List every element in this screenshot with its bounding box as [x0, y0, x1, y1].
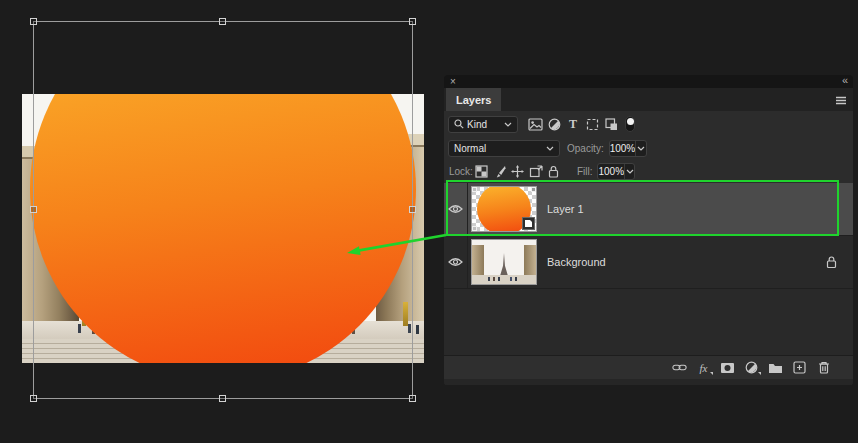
thumb-corner-mark [472, 187, 477, 192]
lock-icon [826, 256, 837, 269]
layer1-thumbnail[interactable] [471, 186, 537, 232]
layer1-name: Layer 1 [547, 203, 584, 215]
thumb-eiffel-tower [500, 253, 508, 276]
background-thumbnail[interactable] [471, 239, 537, 285]
panel-collapse-button[interactable]: « [842, 75, 847, 87]
background-name: Background [547, 256, 606, 268]
thumb-corner-mark [472, 226, 477, 231]
shape-layers-icon [586, 118, 599, 131]
opacity-dropdown-button[interactable] [635, 141, 645, 156]
opacity-value: 100% [610, 143, 636, 154]
layers-panel-footer: fx [444, 355, 853, 379]
layer-filter-row: Kind T [444, 111, 853, 137]
blend-mode-select[interactable]: Normal [448, 140, 560, 157]
chevron-down-icon [637, 146, 645, 151]
filter-shape-layers-button[interactable] [583, 118, 601, 131]
lock-all-button[interactable] [545, 165, 563, 178]
smart-object-badge-icon [524, 219, 533, 228]
type-layers-icon: T [569, 118, 577, 131]
pixel-layers-icon [528, 118, 543, 131]
opacity-input[interactable]: 100% [609, 140, 647, 157]
fill-label: Fill: [577, 166, 593, 177]
transform-handle-bottom-right[interactable] [409, 395, 416, 402]
fill-dropdown-button[interactable] [624, 164, 634, 179]
opacity-label: Opacity: [567, 143, 604, 154]
lock-all-icon [548, 165, 559, 178]
chevron-down-icon [626, 169, 634, 174]
lock-artboard-button[interactable] [527, 165, 545, 178]
new-layer-icon [793, 361, 806, 374]
filter-pixel-layers-button[interactable] [526, 118, 544, 131]
panel-top-bar: × « [444, 75, 853, 88]
panel-tab-row: Layers [444, 88, 853, 111]
filter-type-layers-button[interactable]: T [564, 118, 582, 131]
lock-label: Lock: [449, 166, 473, 177]
layer-filter-toggle[interactable] [625, 116, 635, 132]
lock-pixels-button[interactable] [491, 165, 509, 178]
fx-flyout-triangle [710, 372, 713, 375]
lock-transparency-icon [475, 165, 488, 178]
transform-handle-middle-right[interactable] [409, 206, 416, 213]
blend-mode-row: Normal Opacity: 100% [444, 137, 853, 160]
panel-menu-button[interactable] [835, 96, 847, 105]
chevron-down-icon [546, 146, 554, 151]
filter-kind-select[interactable]: Kind [448, 116, 518, 133]
transform-handle-top-center[interactable] [219, 18, 226, 25]
smart-object-icon [605, 118, 618, 131]
transform-bounding-box[interactable] [33, 21, 413, 399]
filter-smart-objects-button[interactable] [602, 118, 620, 131]
lock-pixels-icon [493, 165, 506, 178]
thumb-corner-mark [531, 187, 536, 192]
new-layer-button[interactable] [792, 360, 807, 375]
new-group-icon [768, 362, 783, 374]
thumb-photo-ground [472, 275, 536, 284]
smart-object-badge [522, 217, 535, 230]
search-icon [454, 119, 464, 129]
tab-layers[interactable]: Layers [446, 88, 501, 111]
link-layers-button[interactable] [672, 360, 687, 375]
fill-value: 100% [598, 166, 624, 177]
layer1-visibility-toggle[interactable] [444, 183, 468, 235]
panel-close-button[interactable]: × [450, 75, 456, 88]
transform-handle-bottom-center[interactable] [219, 395, 226, 402]
blend-mode-value: Normal [454, 143, 543, 154]
panel-bottom-strip [444, 379, 853, 385]
hamburger-icon [835, 96, 847, 105]
add-layer-mask-button[interactable] [720, 360, 735, 375]
layer-style-button[interactable]: fx [696, 360, 711, 375]
adjustment-flyout-triangle [758, 372, 761, 375]
new-group-button[interactable] [768, 360, 783, 375]
transform-handle-bottom-left[interactable] [30, 395, 37, 402]
thumb-photo-people [488, 277, 490, 281]
lock-position-icon [511, 165, 524, 178]
fx-icon: fx [700, 362, 708, 374]
eye-icon [448, 257, 463, 267]
eye-icon [448, 204, 463, 214]
transform-handle-middle-left[interactable] [30, 206, 37, 213]
add-layer-mask-icon [720, 362, 735, 374]
lock-artboard-icon [529, 165, 543, 178]
filter-kind-label: Kind [467, 119, 501, 130]
layers-panel: × « Layers Kind T Normal [444, 75, 853, 385]
lock-row: Lock: Fill: 100% [444, 160, 853, 183]
layer-row-layer1[interactable]: Layer 1 [444, 183, 853, 236]
fill-input[interactable]: 100% [597, 163, 635, 180]
background-lock-icon [826, 256, 837, 269]
layer-row-background[interactable]: Background [444, 236, 853, 289]
lock-transparency-button[interactable] [473, 165, 491, 178]
filter-adjustment-layers-button[interactable] [545, 118, 563, 131]
background-visibility-toggle[interactable] [444, 236, 468, 288]
lock-position-button[interactable] [509, 165, 527, 178]
adjustment-layer-icon [745, 361, 758, 374]
link-layers-icon [672, 363, 687, 372]
transform-handle-top-right[interactable] [409, 18, 416, 25]
adjustment-layers-icon [548, 118, 561, 131]
delete-layer-button[interactable] [816, 360, 831, 375]
chevron-down-icon [504, 122, 512, 127]
transform-handle-top-left[interactable] [30, 18, 37, 25]
delete-layer-icon [818, 361, 830, 374]
layers-list: Layer 1 Background [444, 183, 853, 355]
adjustment-layer-button[interactable] [744, 360, 759, 375]
